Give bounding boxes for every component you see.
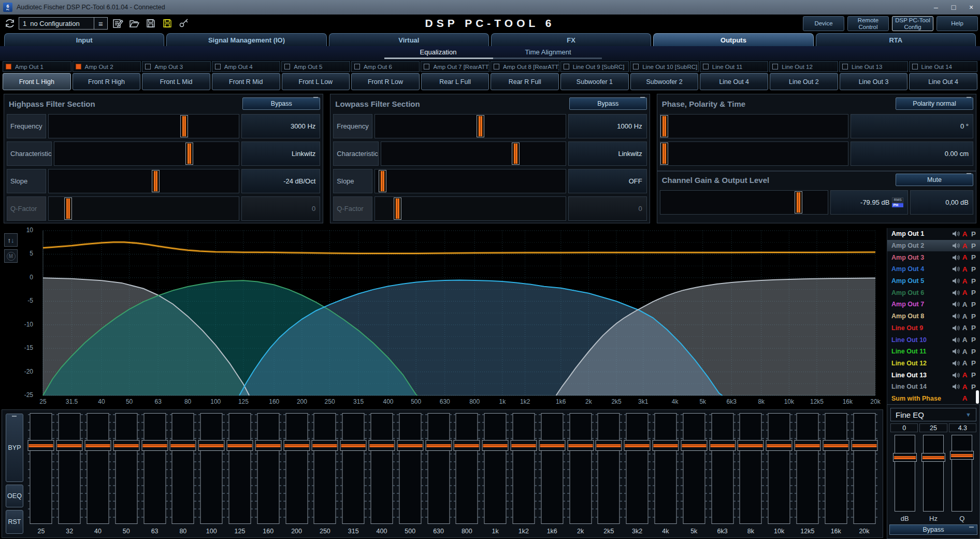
fine-eq-db-value[interactable]: 0 bbox=[890, 423, 918, 432]
channel-checkbox-11[interactable] bbox=[703, 64, 709, 69]
eq-slider-track[interactable] bbox=[30, 413, 52, 524]
eq-oeq-button[interactable]: OEQ bbox=[6, 485, 23, 507]
channel-list-row-12[interactable]: Line Out 12AP bbox=[887, 358, 980, 370]
remote-control-button[interactable]: Remote Control bbox=[847, 16, 889, 31]
slider-handle[interactable] bbox=[795, 191, 802, 214]
graph-scale-button[interactable]: ↑↓ bbox=[4, 233, 18, 247]
channel-a-button[interactable]: A bbox=[960, 265, 969, 273]
lowpass-characteristic-slider[interactable] bbox=[381, 141, 566, 166]
fine-eq-handle[interactable] bbox=[893, 453, 917, 462]
channel-p-button[interactable]: P bbox=[969, 242, 978, 250]
lowpass-bypass-button[interactable]: Bypass bbox=[569, 97, 647, 110]
channel-list-row-14[interactable]: Line Out 14AP bbox=[887, 381, 980, 393]
eq-slider-track[interactable] bbox=[59, 413, 81, 524]
channel-a-button[interactable]: A bbox=[960, 242, 969, 250]
eq-slider-handle[interactable] bbox=[113, 440, 139, 451]
config-menu-icon[interactable]: ≡ bbox=[94, 18, 107, 29]
channel-tab-1[interactable]: Amp Out 1 bbox=[3, 61, 71, 72]
tab-rta[interactable]: RTA bbox=[816, 33, 976, 46]
channel-name-button-9[interactable]: Subwoofer 1 bbox=[560, 73, 629, 90]
eq-slider-handle[interactable] bbox=[794, 440, 820, 451]
channel-tab-4[interactable]: Amp Out 4 bbox=[212, 61, 281, 72]
channel-tab-6[interactable]: Amp Out 6 bbox=[351, 61, 420, 72]
channel-a-button[interactable]: A bbox=[960, 313, 969, 320]
channel-name-button-6[interactable]: Front R Low bbox=[351, 73, 420, 90]
channel-list-row-5[interactable]: Amp Out 5AP bbox=[887, 275, 980, 287]
eq-slider-handle[interactable] bbox=[397, 440, 423, 451]
eq-slider-track[interactable] bbox=[512, 413, 535, 524]
eq-slider-track[interactable] bbox=[598, 413, 620, 524]
channel-name-button-4[interactable]: Front R Mid bbox=[212, 73, 280, 90]
highpass-characteristic-slider[interactable] bbox=[54, 141, 239, 166]
slider-handle[interactable] bbox=[379, 170, 386, 192]
channel-p-button[interactable]: P bbox=[969, 277, 978, 285]
highpass-slope-value[interactable]: -24 dB/Oct bbox=[241, 169, 320, 193]
eq-slider-handle[interactable] bbox=[624, 440, 651, 451]
channel-tab-2[interactable]: Amp Out 2 bbox=[73, 61, 141, 72]
speaker-icon[interactable] bbox=[951, 301, 960, 307]
fine-eq-q-value[interactable]: 4.3 bbox=[949, 423, 976, 432]
help-button[interactable]: Help bbox=[936, 16, 978, 31]
channel-p-button[interactable]: P bbox=[969, 253, 978, 261]
eq-slider-track[interactable] bbox=[456, 413, 478, 524]
channel-name-button-10[interactable]: Subwoofer 2 bbox=[630, 73, 699, 90]
eq-slider-handle[interactable] bbox=[652, 440, 679, 451]
channel-p-button[interactable]: P bbox=[969, 336, 978, 344]
dsp-pc-tool-config-button[interactable]: DSP PC-Tool Config bbox=[892, 16, 933, 31]
eq-slider-track[interactable] bbox=[740, 413, 762, 524]
slider-handle[interactable] bbox=[394, 197, 401, 220]
channel-a-button[interactable]: A bbox=[960, 230, 969, 238]
fine-eq-track[interactable] bbox=[895, 435, 915, 512]
eq-slider-track[interactable] bbox=[87, 413, 109, 524]
tab-equalization[interactable]: Equalization bbox=[383, 48, 493, 56]
channel-p-button[interactable]: P bbox=[969, 371, 978, 379]
channel-p-button[interactable]: P bbox=[969, 324, 978, 332]
eq-slider-track[interactable] bbox=[342, 413, 365, 524]
channel-list-scrollbar[interactable] bbox=[976, 390, 979, 404]
eq-slider-handle[interactable] bbox=[454, 440, 480, 451]
close-button[interactable]: × bbox=[962, 0, 980, 15]
slider-handle[interactable] bbox=[64, 197, 72, 220]
channel-list-row-15[interactable]: Sum with PhaseA bbox=[887, 393, 980, 405]
eq-slider-handle[interactable] bbox=[482, 440, 509, 451]
slider-handle[interactable] bbox=[185, 143, 193, 165]
eq-slider-track[interactable] bbox=[285, 413, 308, 524]
eq-slider-track[interactable] bbox=[200, 413, 223, 524]
fine-eq-selector[interactable]: Fine EQ ▼ bbox=[890, 408, 976, 421]
collapse-dash-icon[interactable] bbox=[313, 97, 318, 98]
speaker-icon[interactable] bbox=[951, 254, 960, 261]
edit-config-icon[interactable] bbox=[111, 17, 124, 30]
channel-list-row-10[interactable]: Line Out 10AP bbox=[887, 334, 980, 346]
channel-p-button[interactable]: P bbox=[969, 289, 978, 296]
channel-checkbox-9[interactable] bbox=[564, 64, 569, 69]
channel-name-button-5[interactable]: Front L Low bbox=[282, 73, 350, 90]
channel-checkbox-13[interactable] bbox=[842, 64, 848, 69]
eq-slider-handle[interactable] bbox=[368, 440, 395, 451]
mute-button[interactable]: Mute bbox=[896, 174, 973, 186]
polarity-button[interactable]: Polarity normal bbox=[896, 97, 973, 110]
channel-a-button[interactable]: A bbox=[960, 324, 969, 332]
gain-rms-value[interactable]: -79.95 dB RMS PH bbox=[830, 190, 908, 215]
device-button[interactable]: Device bbox=[803, 16, 844, 31]
eq-slider-track[interactable] bbox=[228, 413, 251, 524]
eq-slider-track[interactable] bbox=[569, 413, 592, 524]
channel-tab-14[interactable]: Line Out 14 bbox=[909, 61, 978, 72]
lowpass-frequency-slider[interactable] bbox=[374, 114, 566, 138]
lowpass-slope-value[interactable]: OFF bbox=[568, 169, 647, 193]
channel-p-button[interactable]: P bbox=[969, 313, 978, 320]
channel-a-button[interactable]: A bbox=[960, 253, 969, 261]
channel-name-button-11[interactable]: Line Out 4 bbox=[700, 73, 768, 90]
channel-p-button[interactable]: P bbox=[969, 383, 978, 391]
phase-slider[interactable] bbox=[660, 114, 848, 138]
fine-eq-handle[interactable] bbox=[950, 451, 974, 460]
tab-time-alignment[interactable]: Time Alignment bbox=[493, 48, 603, 56]
channel-a-button[interactable]: A bbox=[960, 359, 969, 367]
highpass-frequency-value[interactable]: 3000 Hz bbox=[241, 114, 320, 138]
tab-outputs[interactable]: Outputs bbox=[653, 33, 813, 46]
gain-slider[interactable] bbox=[660, 190, 828, 215]
collapse-dash-icon[interactable] bbox=[967, 173, 971, 174]
speaker-icon[interactable] bbox=[951, 290, 960, 296]
eq-slider-handle[interactable] bbox=[84, 440, 111, 451]
channel-a-button[interactable]: A bbox=[960, 301, 969, 308]
channel-tab-3[interactable]: Amp Out 3 bbox=[142, 61, 211, 72]
